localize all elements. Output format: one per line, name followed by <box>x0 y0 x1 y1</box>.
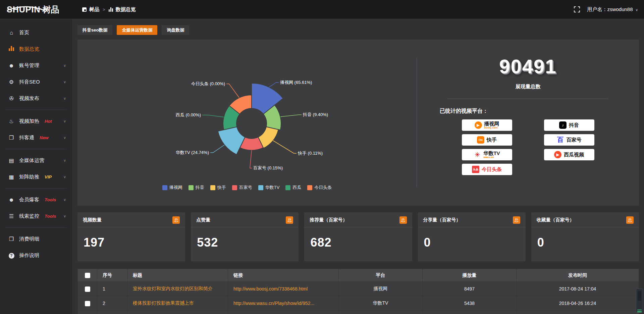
sidebar-badge: VIP <box>45 174 52 179</box>
video-table-panel: 序号标题链接平台播放量发布时间 1室外水纹灯和室内水纹灯的区别和简介http:/… <box>77 269 639 314</box>
legend-swatch <box>189 185 194 190</box>
legend-swatch <box>307 185 312 190</box>
douyin-icon: ♪ <box>559 121 567 129</box>
breadcrumb: 树品 > 数据总览 <box>82 6 136 13</box>
stat-title: 收藏量（百家号） <box>537 217 574 223</box>
legend-item-华数TV[interactable]: 华数TV <box>258 185 280 191</box>
stat-card-1: 视频数量总197 <box>77 212 185 261</box>
total-badge: 总 <box>513 216 520 224</box>
sidebar-badge: New <box>40 135 49 140</box>
platform-name: 抖音 <box>569 122 579 128</box>
platform-sub: wasu.cn <box>483 156 494 159</box>
sidebar-item-8[interactable]: ▤全媒体运营∨ <box>0 152 72 169</box>
cell-title[interactable]: 楼体投影灯投影效果震撼上市 <box>127 296 228 311</box>
chevron-down-icon: ∨ <box>63 175 66 179</box>
cell-link[interactable]: http://www.wasu.cn/Play/show/id/952... <box>228 296 339 311</box>
pie-label-line <box>250 150 252 168</box>
sidebar-item-1[interactable]: ⌂首页 <box>0 24 72 41</box>
sidebar-item-11[interactable]: ☰线索监控Tools∨ <box>0 208 72 224</box>
table-header-2: 标题 <box>127 269 228 282</box>
platform-name: 播视网 <box>484 121 499 126</box>
total-badge: 总 <box>286 216 293 224</box>
sidebar-item-4[interactable]: ⚙抖音SEO∨ <box>0 74 72 90</box>
fullscreen-icon[interactable] <box>574 6 580 12</box>
chevron-down-icon: ∨ <box>63 214 66 218</box>
wallet-icon: ❒ <box>8 236 15 242</box>
username: zswodun88 <box>607 6 633 12</box>
cell-title[interactable]: 室外水纹灯和室内水纹灯的区别和简介 <box>127 282 228 296</box>
stat-title: 点赞量 <box>196 217 210 223</box>
sidebar-item-7[interactable]: ❐抖客通New∨ <box>0 129 72 146</box>
breadcrumb-chart-icon <box>109 7 113 12</box>
row-checkbox[interactable] <box>85 286 90 292</box>
select-all-checkbox[interactable] <box>85 273 90 278</box>
tab-bar: 抖音seo数据全媒体运营数据询盘数据 <box>77 25 639 35</box>
stat-card-2: 点赞量总532 <box>191 212 299 261</box>
rose-chart-svg: 播视网 (65.61%)抖音 (9.40%)快手 (0.11%)百家号 (0.1… <box>77 40 417 206</box>
platform-badge-百家号: 百百家号 <box>544 134 594 146</box>
pie-slice-华数TV <box>218 127 245 155</box>
chevron-down-icon: ∨ <box>63 119 66 123</box>
platform-badge-快手: Oo快手 <box>462 134 512 146</box>
cell-link[interactable]: http://www.boosj.com/7338468.html <box>228 282 339 296</box>
chevron-down-icon: ∨ <box>63 198 66 202</box>
legend-label: 今日头条 <box>314 185 332 191</box>
sidebar-divider <box>5 188 67 189</box>
table-row: 1室外水纹灯和室内水纹灯的区别和简介http://www.boosj.com/7… <box>78 282 639 296</box>
pie-label-line <box>269 83 279 87</box>
monitor-icon: ▤ <box>8 157 15 164</box>
legend-label: 华数TV <box>265 185 280 191</box>
grid-icon: ▦ <box>8 174 15 180</box>
sidebar-item-6[interactable]: ♨视频加热Hot∨ <box>0 113 72 129</box>
legend-swatch <box>210 185 215 190</box>
tab-2[interactable]: 全媒体运营数据 <box>117 25 157 35</box>
stat-cards-row: 视频数量总197点赞量总532推荐量（百家号）总682分享量（百家号）总0收藏量… <box>77 212 639 261</box>
gear-icon: ⚙ <box>8 79 15 85</box>
pie-label: 播视网 (65.61%) <box>280 80 312 85</box>
stat-value: 682 <box>304 227 412 250</box>
platform-name: 快手 <box>487 137 497 143</box>
toutiao-icon: 头条 <box>472 166 479 173</box>
platform-badge-抖音: ♪抖音 <box>544 119 594 131</box>
tab-3[interactable]: 询盘数据 <box>162 25 189 35</box>
video-table: 序号标题链接平台播放量发布时间 1室外水纹灯和室内水纹灯的区别和简介http:/… <box>77 269 639 314</box>
legend-item-百家号[interactable]: 百家号 <box>232 185 252 191</box>
user-menu[interactable]: 用户名：zswodun88 ∨ <box>587 6 638 13</box>
table-header-4: 平台 <box>339 269 423 282</box>
legend-swatch <box>285 185 290 190</box>
sidebar-item-12[interactable]: ❒消费明细 <box>0 231 72 247</box>
sidebar-item-9[interactable]: ▦矩阵助推VIP∨ <box>0 169 72 185</box>
legend-item-快手[interactable]: 快手 <box>210 185 226 191</box>
legend-item-今日头条[interactable]: 今日头条 <box>307 185 332 191</box>
chart-panel: 播视网 (65.61%)抖音 (9.40%)快手 (0.11%)百家号 (0.1… <box>77 40 639 206</box>
cell-platform: 华数TV <box>339 296 423 311</box>
platform-badge-华数TV: ✳华数TVwasu.cn <box>462 149 512 160</box>
platform-name: 华数TV <box>483 151 500 156</box>
legend-item-播视网[interactable]: 播视网 <box>162 185 182 191</box>
sidebar-item-5[interactable]: ✇视频发布∨ <box>0 90 72 107</box>
legend-label: 抖音 <box>196 185 204 191</box>
floating-widget[interactable] <box>636 289 643 313</box>
sidebar-item-10[interactable]: ☻会员爆客Tools∨ <box>0 192 72 208</box>
sidebar-item-13[interactable]: ?操作说明 <box>0 247 72 264</box>
row-checkbox[interactable] <box>85 301 90 306</box>
sidebar-item-2[interactable]: 数据总览 <box>0 41 72 57</box>
pie-label-line <box>273 141 297 153</box>
platform-name: 今日头条 <box>482 167 502 172</box>
sidebar-item-label: 数据总览 <box>19 46 39 52</box>
total-impressions-label: 展现量总数 <box>417 84 639 90</box>
legend-swatch <box>232 185 237 190</box>
legend-item-西瓜[interactable]: 西瓜 <box>285 185 301 191</box>
chevron-down-icon: ∨ <box>63 80 66 84</box>
tab-1[interactable]: 抖音seo数据 <box>77 25 112 35</box>
bar-chart-icon <box>8 46 15 52</box>
stat-card-3: 推荐量（百家号）总682 <box>304 212 412 261</box>
sidebar-item-3[interactable]: ☻账号管理∨ <box>0 57 72 74</box>
stat-title: 推荐量（百家号） <box>310 217 347 223</box>
sidebar-item-label: 首页 <box>19 30 29 36</box>
legend-item-抖音[interactable]: 抖音 <box>189 185 204 191</box>
table-row: 2楼体投影灯投影效果震撼上市http://www.wasu.cn/Play/sh… <box>78 296 639 311</box>
breadcrumb-root[interactable]: 树品 <box>89 6 99 13</box>
boosj-icon: ▶ <box>475 121 482 129</box>
xigua-icon: ▶ <box>554 151 561 158</box>
